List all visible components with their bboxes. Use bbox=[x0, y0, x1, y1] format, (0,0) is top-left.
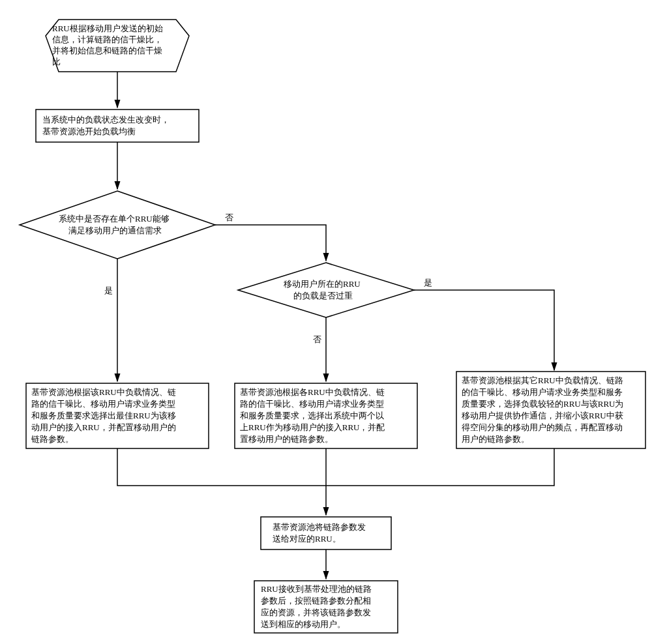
pC-l3: 质量要求，选择负载较轻的RRU与该RRU为 bbox=[462, 399, 623, 409]
pB-l4: 上RRU作为移动用户的接入RRU，并配 bbox=[240, 422, 385, 432]
d1-l2: 满足移动用户的通信需求 bbox=[68, 226, 162, 235]
pB-l1: 基带资源池根据各RRU中负载情况、链 bbox=[240, 387, 385, 397]
pB-l3: 和服务质量要求，选择出系统中两个以 bbox=[240, 411, 384, 420]
start-l3: 并将初始信息和链路的信干燥 bbox=[52, 46, 162, 55]
decision1-node: 系统中是否存在单个RRU能够 满足移动用户的通信需求 bbox=[20, 191, 215, 259]
pC-l1: 基带资源池根据其它RRU中负载情况、链路 bbox=[462, 375, 623, 385]
trigger-l2: 基带资源池开始负载均衡 bbox=[42, 126, 136, 136]
d2-l1: 移动用户所在的RRU bbox=[284, 279, 361, 289]
pA-l1: 基带资源池根据该RRU中负载情况、链 bbox=[31, 387, 176, 397]
send-l1: 基带资源池将链路参数发 bbox=[273, 522, 366, 532]
d1-yes-label: 是 bbox=[104, 285, 113, 295]
edge-d2-yes bbox=[414, 290, 554, 370]
edge-A-merge bbox=[117, 448, 326, 486]
d2-l2: 的负载是否过重 bbox=[293, 291, 353, 300]
pC-l5: 得空间分集的移动用户的频点，再配置移动 bbox=[462, 422, 623, 432]
pC-l6: 用户的链路参数。 bbox=[462, 434, 529, 444]
pA-l4: 动用户的接入RRU，并配置移动用户的 bbox=[31, 422, 176, 432]
processB-node: 基带资源池根据各RRU中负载情况、链 路的信干噪比、移动用户请求业务类型 和服务… bbox=[235, 383, 417, 448]
pC-l4: 移动用户提供协作通信，并缩小该RRU中获 bbox=[462, 411, 623, 420]
start-node: RRU根据移动用户发送的初始 信息，计算链路的信干燥比， 并将初始信息和链路的信… bbox=[46, 20, 189, 72]
final-l2: 参数后，按照链路参数分配相 bbox=[261, 596, 371, 606]
d1-l1: 系统中是否存在单个RRU能够 bbox=[59, 214, 170, 224]
send-node: 基带资源池将链路参数发 送给对应的RRU。 bbox=[261, 517, 391, 549]
pA-l3: 和服务质量要求选择出最佳RRU为该移 bbox=[31, 411, 176, 420]
edge-d1-no bbox=[215, 225, 326, 261]
edge-C-merge bbox=[326, 448, 554, 486]
final-l3: 应的资源，并将该链路参数发 bbox=[261, 607, 371, 617]
final-l1: RRU接收到基带处理池的链路 bbox=[261, 584, 372, 594]
trigger-l1: 当系统中的负载状态发生改变时， bbox=[42, 115, 170, 124]
start-l1: RRU根据移动用户发送的初始 bbox=[52, 23, 163, 33]
start-l4: 比 bbox=[52, 57, 61, 66]
svg-marker-3 bbox=[238, 263, 414, 317]
decision2-node: 移动用户所在的RRU 的负载是否过重 bbox=[238, 263, 414, 317]
start-l2: 信息，计算链路的信干燥比， bbox=[52, 35, 162, 44]
svg-marker-2 bbox=[20, 191, 215, 259]
processC-node: 基带资源池根据其它RRU中负载情况、链路 的信干噪比、移动用户请求业务类型和服务… bbox=[456, 372, 645, 448]
pC-l2: 的信干噪比、移动用户请求业务类型和服务 bbox=[462, 387, 623, 397]
processA-node: 基带资源池根据该RRU中负载情况、链 路的信干噪比、移动用户请求业务类型 和服务… bbox=[26, 383, 209, 448]
pB-l2: 路的信干噪比、移动用户请求业务类型 bbox=[240, 399, 384, 409]
trigger-node: 当系统中的负载状态发生改变时， 基带资源池开始负载均衡 bbox=[36, 110, 199, 142]
final-l4: 送到相应的移动用户。 bbox=[261, 619, 346, 629]
pB-l5: 置移动用户的链路参数。 bbox=[240, 434, 333, 444]
d2-no-label: 否 bbox=[313, 334, 321, 344]
d1-no-label: 否 bbox=[225, 212, 233, 222]
d2-yes-label: 是 bbox=[424, 278, 432, 287]
send-l2: 送给对应的RRU。 bbox=[273, 534, 341, 544]
pA-l5: 链路参数。 bbox=[31, 434, 74, 444]
final-node: RRU接收到基带处理池的链路 参数后，按照链路参数分配相 应的资源，并将该链路参… bbox=[254, 581, 398, 633]
pA-l2: 路的信干噪比、移动用户请求业务类型 bbox=[31, 399, 175, 409]
